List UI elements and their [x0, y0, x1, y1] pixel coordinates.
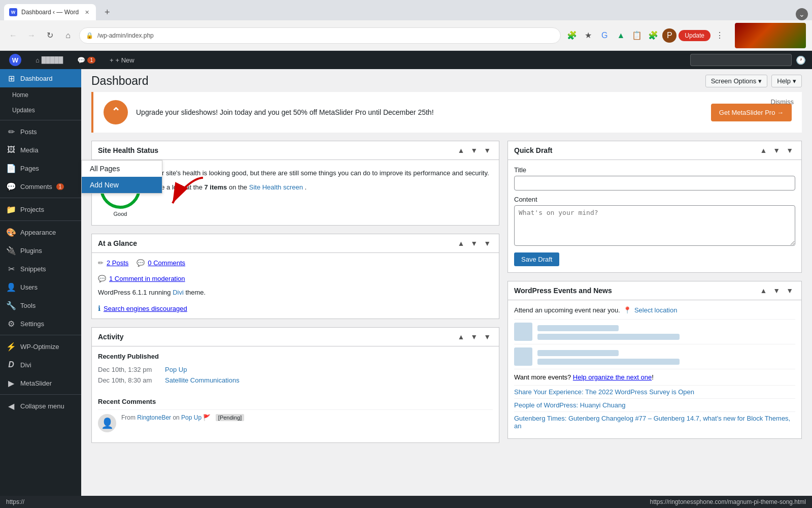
- glance-wp-info: WordPress 6.1.1 running Divi theme.: [92, 289, 499, 302]
- sidebar-item-divi[interactable]: D Divi: [0, 356, 81, 374]
- search-engines-link[interactable]: Search engines discouraged: [104, 305, 187, 312]
- all-pages-item[interactable]: All Pages: [82, 161, 162, 177]
- health-text-on: on the: [229, 183, 249, 191]
- home-button[interactable]: ⌂: [61, 28, 75, 43]
- sidebar-item-home[interactable]: Home: [0, 87, 81, 103]
- back-button[interactable]: ←: [6, 28, 20, 43]
- bookmark-icon[interactable]: ★: [581, 28, 595, 43]
- sidebar-item-settings[interactable]: ⚙ Settings: [0, 314, 81, 333]
- sidebar-item-snippets[interactable]: ✂ Snippets: [0, 260, 81, 278]
- comments-item[interactable]: 💬 1: [74, 51, 98, 69]
- activity-toggle[interactable]: ▼: [482, 332, 493, 342]
- update-button[interactable]: Update: [679, 30, 710, 41]
- address-text: /wp-admin/index.php: [97, 32, 154, 39]
- site-name-item[interactable]: ⌂ █████: [32, 51, 66, 69]
- content-label: Content: [514, 196, 795, 203]
- sidebar-item-metaslider[interactable]: ▶ MetaSlider: [0, 374, 81, 392]
- sidebar-item-users[interactable]: 👤 Users: [0, 278, 81, 296]
- at-a-glance-down[interactable]: ▼: [468, 238, 480, 248]
- tab-bar: W Dashboard ‹ — Word ✕ + ⌄: [0, 0, 812, 20]
- profile-icon[interactable]: P: [662, 28, 676, 43]
- sidebar-sep-1: [0, 120, 81, 120]
- sidebar-label-projects: Projects: [20, 206, 44, 213]
- quick-draft-down[interactable]: ▼: [771, 145, 782, 155]
- activity-link-1[interactable]: Pop Up: [165, 366, 187, 373]
- wp-logo-item[interactable]: W: [6, 51, 24, 69]
- wp-events-toggle[interactable]: ▼: [784, 285, 795, 296]
- site-health-collapse-up[interactable]: ▲: [455, 145, 466, 155]
- event-date-block-2: [514, 347, 532, 366]
- google-icon[interactable]: G: [597, 28, 612, 43]
- address-bar[interactable]: 🔒 /wp-admin/index.php: [79, 27, 561, 44]
- quick-draft-toggle[interactable]: ▼: [784, 145, 795, 155]
- theme-link[interactable]: Divi: [173, 289, 184, 296]
- drive-icon[interactable]: ▲: [614, 28, 628, 43]
- at-a-glance-toggle[interactable]: ▼: [482, 238, 493, 248]
- sidebar-item-dashboard[interactable]: ⊞ Dashboard: [0, 69, 81, 87]
- dismiss-link[interactable]: Dismiss: [771, 98, 794, 106]
- help-label: Help: [777, 77, 791, 85]
- active-tab[interactable]: W Dashboard ‹ — Word ✕: [4, 4, 96, 20]
- posts-count-link[interactable]: 2 Posts: [107, 259, 128, 267]
- nav-bar: ← → ↻ ⌂ 🔒 /wp-admin/index.php 🧩 ★ G ▲ 📋 …: [0, 20, 812, 51]
- reload-button[interactable]: ↻: [43, 28, 57, 43]
- sidebar-item-updates[interactable]: Updates: [0, 103, 81, 118]
- at-a-glance-up[interactable]: ▲: [455, 238, 466, 248]
- sidebar-sep-2: [0, 198, 81, 198]
- quick-draft-panel: Quick Draft ▲ ▼ ▼ Title Content Save Dra…: [507, 141, 802, 273]
- screen-options-button[interactable]: Screen Options ▾: [705, 75, 768, 87]
- comment-mod-link[interactable]: 1 Comment in moderation: [109, 275, 185, 282]
- more-options-icon[interactable]: ⋮: [713, 28, 727, 43]
- tab-close-button[interactable]: ✕: [83, 8, 91, 16]
- site-name-text: █████: [42, 56, 63, 64]
- sidebar-item-plugins[interactable]: 🔌 Plugins: [0, 241, 81, 260]
- browser-menu-button[interactable]: ⌄: [796, 8, 808, 20]
- new-item[interactable]: + + New: [107, 51, 138, 69]
- wp-layout: ⊞ Dashboard Home Updates ✏ Posts 🖼 Media…: [0, 69, 812, 508]
- draft-content-textarea[interactable]: [514, 205, 795, 246]
- select-location-link[interactable]: Select location: [634, 306, 678, 314]
- news-link-2[interactable]: People of WordPress: Huanyi Chuang: [514, 401, 625, 409]
- site-health-toggle[interactable]: ▼: [482, 145, 493, 155]
- divi-icon: D: [6, 360, 16, 370]
- save-draft-button[interactable]: Save Draft: [514, 252, 559, 266]
- sidebar-item-tools[interactable]: 🔧 Tools: [0, 296, 81, 314]
- comment-post-link[interactable]: Pop Up: [181, 414, 201, 421]
- comments-icon: 💬: [77, 56, 85, 64]
- comments-count-link[interactable]: 0 Comments: [148, 259, 185, 267]
- get-metaslider-button[interactable]: Get MetaSlider Pro →: [711, 104, 792, 121]
- extensions-icon[interactable]: 🧩: [565, 28, 579, 43]
- sidebar-item-projects[interactable]: 📁 Projects: [0, 200, 81, 218]
- wp-events-title: WordPress Events and News: [514, 287, 612, 295]
- forward-button[interactable]: →: [24, 28, 39, 43]
- help-organize-link[interactable]: Help organize the next one: [573, 373, 652, 381]
- new-label: + New: [116, 56, 134, 64]
- site-health-header: Site Health Status ▲ ▼ ▼: [92, 141, 499, 160]
- help-button[interactable]: Help ▾: [771, 75, 802, 87]
- sidebar-item-posts[interactable]: ✏ Posts: [0, 122, 81, 141]
- sidebar-item-comments[interactable]: 💬 Comments 1: [0, 177, 81, 196]
- activity-up[interactable]: ▲: [455, 332, 466, 342]
- admin-search-input[interactable]: [690, 54, 792, 66]
- add-new-item[interactable]: Add New: [82, 177, 162, 193]
- sidebar-item-collapse[interactable]: ◀ Collapse menu: [0, 397, 81, 415]
- wp-events-down[interactable]: ▼: [771, 285, 782, 296]
- news-link-3[interactable]: Gutenberg Times: Gutenberg Changelog #77…: [514, 415, 790, 430]
- glance-stats: ✏ 2 Posts 💬 0 Comments: [92, 253, 499, 273]
- health-screen-link[interactable]: Site Health screen: [249, 183, 303, 191]
- news-link-1[interactable]: Share Your Experience: The 2022 WordPres…: [514, 388, 694, 396]
- draft-title-input[interactable]: [514, 176, 795, 190]
- activity-down[interactable]: ▼: [468, 332, 480, 342]
- new-tab-button[interactable]: +: [100, 5, 114, 19]
- commenter-link[interactable]: RingtoneBer: [137, 414, 171, 421]
- sidebar-item-appearance[interactable]: 🎨 Appearance: [0, 223, 81, 241]
- quick-draft-up[interactable]: ▲: [758, 145, 769, 155]
- sidebar-item-media[interactable]: 🖼 Media: [0, 141, 81, 159]
- clipboard-icon[interactable]: 📋: [630, 28, 644, 43]
- sidebar-item-wpoptimize[interactable]: ⚡ WP-Optimize: [0, 337, 81, 356]
- sidebar-item-pages[interactable]: 📄 Pages: [0, 159, 81, 177]
- puzzle-icon[interactable]: 🧩: [646, 28, 660, 43]
- site-health-collapse-down[interactable]: ▼: [468, 145, 480, 155]
- activity-link-2[interactable]: Satellite Communications: [165, 376, 240, 384]
- wp-events-up[interactable]: ▲: [758, 285, 769, 296]
